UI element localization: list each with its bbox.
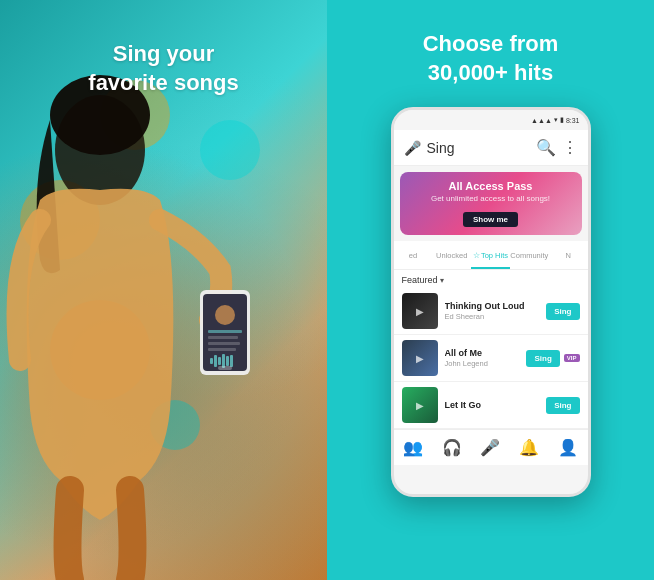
svg-rect-6	[208, 342, 240, 345]
song-info-2: All of Me John Legend	[445, 348, 520, 368]
all-access-banner: All Access Pass Get unlimited access to …	[400, 172, 582, 235]
time-display: 8:31	[566, 117, 580, 124]
featured-section-label: Featured ▾	[394, 270, 588, 288]
svg-rect-8	[210, 358, 213, 364]
tab-unlocked[interactable]: Unlocked	[432, 241, 471, 269]
song-title-2: All of Me	[445, 348, 520, 358]
nav-headphones[interactable]: 🎧	[432, 430, 471, 465]
right-title: Choose from 30,000+ hits	[403, 0, 579, 107]
headphones-icon: 🎧	[442, 438, 462, 457]
sing-action-2: Sing VIP	[526, 350, 579, 367]
tab-top-hits-label: Top Hits	[481, 251, 508, 260]
tab-more[interactable]: N	[549, 241, 588, 269]
right-panel: Choose from 30,000+ hits ▲▲▲ ▾ ▮ 8:31 🎤 …	[327, 0, 654, 580]
people-icon: 👥	[403, 438, 423, 457]
profile-icon: 👤	[558, 438, 578, 457]
vip-badge-2: VIP	[564, 354, 580, 362]
tab-featured-label: ed	[409, 251, 417, 260]
svg-rect-12	[226, 356, 229, 366]
phone-mockup: ▲▲▲ ▾ ▮ 8:31 🎤 Sing 🔍 ⋮ All Access Pass …	[391, 107, 591, 497]
wifi-icon: ▾	[554, 116, 558, 124]
tab-unlocked-label: Unlocked	[436, 251, 467, 260]
featured-text: Featured	[402, 275, 438, 285]
dropdown-arrow-icon: ▾	[440, 276, 444, 285]
song-item-2: All of Me John Legend Sing VIP	[394, 335, 588, 382]
svg-rect-5	[208, 336, 238, 339]
svg-rect-9	[214, 355, 217, 367]
sing-action-1: Sing	[546, 303, 579, 320]
song-info-3: Let It Go	[445, 400, 540, 411]
mic-nav-icon: 🎤	[480, 438, 500, 457]
song-artist-1: Ed Sheeran	[445, 312, 540, 321]
star-icon: ☆	[473, 251, 480, 260]
tab-top-hits[interactable]: ☆ Top Hits	[471, 241, 510, 269]
nav-people[interactable]: 👥	[394, 430, 433, 465]
svg-rect-11	[222, 354, 225, 368]
song-artist-2: John Legend	[445, 359, 520, 368]
song-thumbnail-3	[402, 387, 438, 423]
battery-icon: ▮	[560, 116, 564, 124]
mic-icon: 🎤	[404, 140, 421, 156]
search-icon[interactable]: 🔍	[536, 138, 556, 157]
svg-rect-13	[230, 355, 233, 367]
left-panel: Sing your favorite songs	[0, 0, 327, 580]
svg-rect-10	[218, 357, 221, 365]
nav-mic[interactable]: 🎤	[471, 430, 510, 465]
nav-bell[interactable]: 🔔	[510, 430, 549, 465]
svg-point-3	[215, 305, 235, 325]
song-thumbnail-2	[402, 340, 438, 376]
banner-subtitle: Get unlimited access to all songs!	[410, 194, 572, 203]
banner-title: All Access Pass	[410, 180, 572, 192]
sing-button-3[interactable]: Sing	[546, 397, 579, 414]
song-info-1: Thinking Out Loud Ed Sheeran	[445, 301, 540, 321]
song-title-1: Thinking Out Loud	[445, 301, 540, 311]
show-me-button[interactable]: Show me	[463, 212, 518, 227]
song-list: Thinking Out Loud Ed Sheeran Sing All of…	[394, 288, 588, 429]
svg-rect-4	[208, 330, 242, 333]
song-item-1: Thinking Out Loud Ed Sheeran Sing	[394, 288, 588, 335]
tab-community-label: Community	[510, 251, 548, 260]
status-bar: ▲▲▲ ▾ ▮ 8:31	[394, 110, 588, 130]
song-item-3: Let It Go Sing	[394, 382, 588, 429]
tab-community[interactable]: Community	[510, 241, 549, 269]
status-icons: ▲▲▲ ▾ ▮ 8:31	[531, 116, 579, 124]
more-icon[interactable]: ⋮	[562, 138, 578, 157]
svg-rect-14	[218, 366, 232, 370]
sing-button-1[interactable]: Sing	[546, 303, 579, 320]
bell-icon: 🔔	[519, 438, 539, 457]
tabs-bar: ed Unlocked ☆ Top Hits Community N	[394, 241, 588, 270]
nav-profile[interactable]: 👤	[549, 430, 588, 465]
tab-featured[interactable]: ed	[394, 241, 433, 269]
person-silhouette	[0, 60, 250, 580]
song-thumbnail-1	[402, 293, 438, 329]
left-title: Sing your favorite songs	[0, 40, 327, 97]
app-toolbar: 🎤 Sing 🔍 ⋮	[394, 130, 588, 166]
app-name: Sing	[427, 140, 530, 156]
sing-action-3: Sing	[546, 397, 579, 414]
sing-button-2[interactable]: Sing	[526, 350, 559, 367]
bottom-nav: 👥 🎧 🎤 🔔 👤	[394, 429, 588, 465]
tab-more-label: N	[565, 251, 570, 260]
song-title-3: Let It Go	[445, 400, 540, 410]
svg-rect-7	[208, 348, 236, 351]
signal-icon: ▲▲▲	[531, 117, 552, 124]
